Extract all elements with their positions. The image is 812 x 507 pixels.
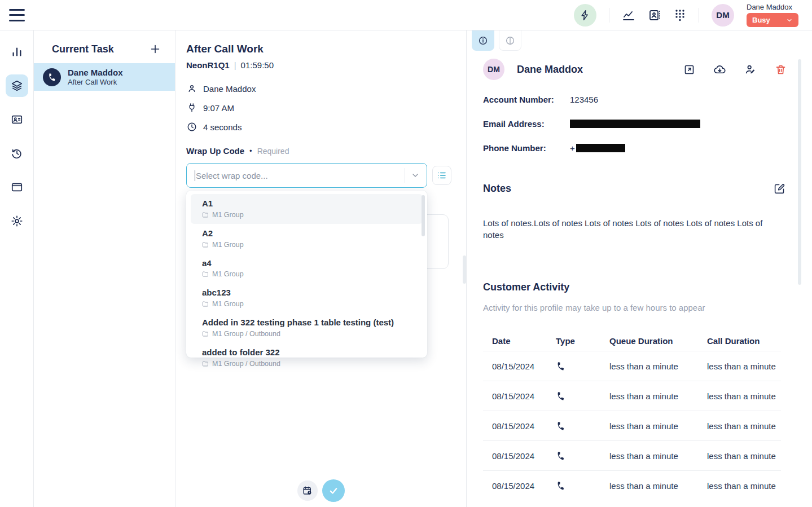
history-icon [11,147,23,160]
email-label: Email Address: [483,119,570,129]
app-window: DM Dane Maddox Busy [0,0,812,507]
start-time-row: 9:07 AM [186,103,466,113]
nav-history-button[interactable] [6,142,28,165]
nav-stats-button[interactable] [6,41,28,63]
acw-timer: 01:59:50 [241,60,274,70]
nav-browser-button[interactable] [6,176,28,199]
folder-icon [202,241,209,248]
contact-card-icon [648,8,661,22]
start-time-value: 9:07 AM [203,103,234,113]
topbar-divider [699,8,699,23]
delete-profile-button[interactable] [775,64,787,76]
notes-title: Notes [483,183,511,195]
wrap-up-code-label-row: Wrap Up Code • Required [186,146,466,156]
task-item-text: Dane Maddox After Call Work [68,68,123,86]
task-panel-title: Current Task [52,43,114,55]
table-row[interactable]: 08/15/2024 less than a minute less than … [483,411,781,440]
schedule-button[interactable] [297,480,318,501]
folder-icon [202,360,209,367]
after-call-work-panel: After Call Work NeonR1Q1 | 01:59:50 Dane… [175,30,467,507]
activity-table-header: Date Type Queue Duration Call Duration [483,330,781,351]
user-status-block: Dane Maddox Busy [747,3,798,27]
wrap-code-select[interactable]: Select wrap code... [186,163,427,188]
duration-value: 4 seconds [203,122,242,132]
table-row[interactable]: 08/15/2024 less than a minute less than … [483,351,781,381]
nav-settings-button[interactable] [6,210,28,232]
phone-icon [47,73,56,82]
row-date: 08/15/2024 [492,361,556,371]
brain-icon [505,36,515,46]
browse-wrap-codes-button[interactable] [432,166,451,185]
add-task-button[interactable] [149,43,161,55]
row-date: 08/15/2024 [492,481,556,491]
bar-chart-icon [11,46,23,58]
cloud-download-icon [713,63,726,76]
contact-name-value: Dane Maddox [203,84,256,94]
analytics-button[interactable] [622,8,635,22]
wrap-select-placeholder: Select wrap code... [196,171,405,180]
info-icon [478,36,488,46]
center-panel-scrollbar[interactable] [463,255,466,284]
account-number-label: Account Number: [483,95,570,104]
notes-section-header: Notes [483,183,785,195]
wrap-option-code: A2 [202,228,411,239]
wrap-option[interactable]: abc123 M1 Group [191,283,423,313]
row-date: 08/15/2024 [492,421,556,431]
edit-profile-button[interactable] [744,63,757,76]
nav-contacts-button[interactable] [6,108,28,131]
user-avatar[interactable]: DM [712,4,734,27]
tab-info[interactable] [472,30,494,51]
wrap-option-group: M1 Group [212,270,244,278]
row-call-duration: less than a minute [707,421,781,431]
chevron-down-icon[interactable] [411,171,420,180]
row-queue-duration: less than a minute [609,361,707,371]
profile-actions [683,63,787,76]
chevron-down-icon [786,17,793,24]
contacts-button[interactable] [648,8,661,22]
complete-task-button[interactable] [322,479,345,502]
hamburger-menu-icon[interactable] [9,9,25,21]
profile-panel: DM Dane Maddox Account Number: 123456 [467,30,812,507]
col-date: Date [492,336,556,346]
row-date: 08/15/2024 [492,391,556,401]
quick-actions-button[interactable] [574,4,596,27]
folder-icon [202,271,209,277]
external-link-icon [683,64,695,76]
table-row[interactable]: 08/15/2024 less than a minute less than … [483,470,781,500]
plus-icon [149,43,161,55]
task-list-item[interactable]: Dane Maddox After Call Work [34,63,175,91]
user-name: Dane Maddox [747,3,792,11]
wrap-option-code: abc123 [202,288,411,298]
open-external-button[interactable] [683,64,695,76]
table-row[interactable]: 08/15/2024 less than a minute less than … [483,440,781,470]
table-row[interactable]: 08/15/2024 less than a minute less than … [483,381,781,411]
dropdown-scrollbar[interactable] [422,195,425,236]
wrap-option[interactable]: added to folder 322 M1 Group / Outbound [191,343,423,373]
wrap-option[interactable]: Added in 322 testing phase 1 table testi… [191,313,423,343]
notes-text: Lots of notes.Lots of notes Lots of note… [483,217,812,241]
clock-icon [186,122,197,132]
nav-tasks-button[interactable] [6,74,28,97]
user-edit-icon [744,63,757,76]
status-dropdown[interactable]: Busy [747,13,798,27]
list-icon [437,170,447,180]
edit-notes-button[interactable] [774,183,785,195]
wrap-option[interactable]: A1 M1 Group [191,194,423,224]
wrap-option-group: M1 Group [212,300,244,308]
row-queue-duration: less than a minute [609,391,707,401]
calendar-clock-icon [302,486,313,496]
profile-panel-scrollbar[interactable] [798,59,801,285]
row-queue-duration: less than a minute [609,451,707,461]
line-chart-icon [622,8,635,22]
dialpad-button[interactable] [674,8,686,22]
edit-icon [774,183,785,195]
wrap-option[interactable]: a4 M1 Group [191,254,423,284]
download-profile-button[interactable] [713,63,726,76]
wrap-option-group: M1 Group [212,211,244,219]
wrap-option[interactable]: A2 M1 Group [191,224,423,254]
row-queue-duration: less than a minute [609,421,707,431]
tab-insights[interactable] [499,30,521,51]
profile-avatar: DM [483,59,504,80]
acw-subtitle: NeonR1Q1 | 01:59:50 [186,60,466,70]
phone-icon [556,451,609,461]
